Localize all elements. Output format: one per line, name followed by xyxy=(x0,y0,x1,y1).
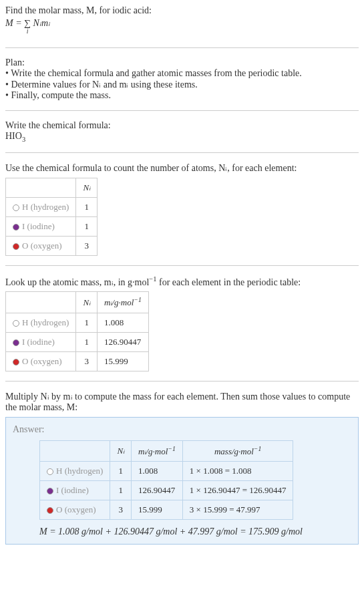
plan-bullet: • Finally, compute the mass. xyxy=(5,90,359,101)
table-row: I (iodine) 1 126.90447 xyxy=(6,332,149,351)
element-cell: H (hydrogen) xyxy=(6,313,76,332)
element-swatch xyxy=(13,224,19,231)
mass-cell: 3 × 15.999 = 47.997 xyxy=(182,500,293,520)
element-swatch xyxy=(13,320,19,327)
element-label: I (iodine) xyxy=(56,485,89,495)
header-m-sup: −1 xyxy=(168,445,175,452)
table-header-row: Nᵢ mᵢ/g·mol−1 xyxy=(6,292,149,313)
final-result: M = 1.008 g/mol + 126.90447 g/mol + 47.9… xyxy=(39,526,351,537)
n-cell: 1 xyxy=(76,216,98,236)
answer-table: Nᵢ mᵢ/g·mol−1 mass/g·mol−1 H (hydrogen) … xyxy=(39,440,293,520)
element-label: I (iodine) xyxy=(22,337,55,347)
n-cell: 3 xyxy=(76,351,98,371)
intro-line: Find the molar mass, M, for iodic acid: xyxy=(5,5,359,16)
table-header-m: mᵢ/g·mol−1 xyxy=(132,440,183,461)
table-row: H (hydrogen) 1 1.008 xyxy=(6,313,149,332)
m-cell: 15.999 xyxy=(132,500,183,520)
table-header-empty xyxy=(6,292,76,313)
table-row: I (iodine) 1 xyxy=(6,216,98,236)
lookup-table: Nᵢ mᵢ/g·mol−1 H (hydrogen) 1 1.008 I (io… xyxy=(5,291,149,371)
lookup-section: Look up the atomic mass, mᵢ, in g·mol−1 … xyxy=(5,275,359,371)
element-label: I (iodine) xyxy=(22,221,55,231)
n-cell: 1 xyxy=(76,332,98,351)
divider xyxy=(5,47,359,48)
intro-section: Find the molar mass, M, for iodic acid: … xyxy=(5,5,359,38)
lookup-heading-pre: Look up the atomic mass, mᵢ, in g·mol xyxy=(5,277,149,287)
plan-bullet: • Determine values for Nᵢ and mᵢ using t… xyxy=(5,79,359,90)
element-label: H (hydrogen) xyxy=(22,317,69,327)
sum-symbol: ∑ xyxy=(24,18,31,28)
element-cell: O (oxygen) xyxy=(6,351,76,371)
table-header-empty xyxy=(40,440,110,461)
sum-index: i xyxy=(27,27,29,35)
multiply-heading: Multiply Nᵢ by mᵢ to compute the mass fo… xyxy=(5,391,359,413)
answer-box: Answer: Nᵢ mᵢ/g·mol−1 mass/g·mol−1 H (hy… xyxy=(5,417,359,545)
table-header-row: Nᵢ mᵢ/g·mol−1 mass/g·mol−1 xyxy=(40,440,293,461)
plan-section: Plan: • Write the chemical formula and g… xyxy=(5,57,359,101)
m-cell: 126.90447 xyxy=(132,481,183,500)
count-table: Nᵢ H (hydrogen) 1 I (iodine) 1 O (oxygen… xyxy=(5,178,98,256)
table-header-empty xyxy=(6,178,76,197)
table-header-row: Nᵢ xyxy=(6,178,98,197)
count-section: Use the chemical formula to count the nu… xyxy=(5,162,359,256)
divider xyxy=(5,152,359,153)
header-m-pre: mᵢ/g·mol xyxy=(138,446,168,456)
divider xyxy=(5,110,359,111)
table-row: O (oxygen) 3 xyxy=(6,236,98,255)
element-swatch xyxy=(13,339,19,346)
table-header-n: Nᵢ xyxy=(76,292,98,313)
element-swatch xyxy=(13,359,19,365)
element-cell: O (oxygen) xyxy=(40,500,110,520)
m-cell: 1.008 xyxy=(98,313,149,332)
n-cell: 3 xyxy=(76,236,98,255)
element-cell: H (hydrogen) xyxy=(40,462,110,481)
plan-heading: Plan: xyxy=(5,57,359,68)
table-row: O (oxygen) 3 15.999 xyxy=(6,351,149,371)
n-cell: 1 xyxy=(110,462,132,481)
multiply-section: Multiply Nᵢ by mᵢ to compute the mass fo… xyxy=(5,391,359,413)
table-row: H (hydrogen) 1 xyxy=(6,197,98,216)
chemformula-heading: Write the chemical formula: xyxy=(5,120,359,131)
element-swatch xyxy=(47,488,53,494)
header-mass-pre: mass/g·mol xyxy=(214,446,254,456)
chemformula-sub: 3 xyxy=(22,136,25,143)
element-label: H (hydrogen) xyxy=(56,466,103,476)
m-cell: 126.90447 xyxy=(98,332,149,351)
n-cell: 3 xyxy=(110,500,132,520)
n-cell: 1 xyxy=(76,313,98,332)
table-header-n: Nᵢ xyxy=(110,440,132,461)
element-label: H (hydrogen) xyxy=(22,202,69,212)
element-cell: I (iodine) xyxy=(40,481,110,500)
intro-text: Find the molar mass, M, for iodic acid: xyxy=(5,5,152,15)
chemformula-value: HIO3 xyxy=(5,131,359,143)
answer-label: Answer: xyxy=(13,424,351,435)
element-cell: H (hydrogen) xyxy=(6,197,76,216)
table-row: I (iodine) 1 126.90447 1 × 126.90447 = 1… xyxy=(40,481,293,500)
chemical-formula-section: Write the chemical formula: HIO3 xyxy=(5,120,359,143)
chemformula-main: HIO xyxy=(5,131,22,141)
m-cell: 1.008 xyxy=(132,462,183,481)
mass-cell: 1 × 1.008 = 1.008 xyxy=(182,462,293,481)
count-heading: Use the chemical formula to count the nu… xyxy=(5,162,359,174)
divider xyxy=(5,265,359,266)
plan-bullet: • Write the chemical formula and gather … xyxy=(5,68,359,79)
element-swatch xyxy=(13,243,19,250)
formula-rhs: Nᵢmᵢ xyxy=(31,18,50,28)
element-swatch xyxy=(47,507,53,514)
element-label: O (oxygen) xyxy=(22,356,62,366)
mass-cell: 1 × 126.90447 = 126.90447 xyxy=(182,481,293,500)
element-cell: O (oxygen) xyxy=(6,236,76,255)
header-mass-sup: −1 xyxy=(254,445,261,452)
formula-lhs: M = xyxy=(5,18,24,28)
element-cell: I (iodine) xyxy=(6,332,76,351)
lookup-heading-sup: −1 xyxy=(149,275,156,283)
molar-mass-formula: M = ∑i Nᵢmᵢ xyxy=(5,17,359,29)
element-label: O (oxygen) xyxy=(22,241,62,251)
element-swatch xyxy=(47,468,53,475)
element-swatch xyxy=(13,204,19,211)
divider xyxy=(5,381,359,382)
n-cell: 1 xyxy=(76,197,98,216)
lookup-heading: Look up the atomic mass, mᵢ, in g·mol−1 … xyxy=(5,275,359,288)
lookup-heading-post: for each element in the periodic table: xyxy=(156,277,301,287)
header-m-pre: mᵢ/g·mol xyxy=(104,298,134,308)
